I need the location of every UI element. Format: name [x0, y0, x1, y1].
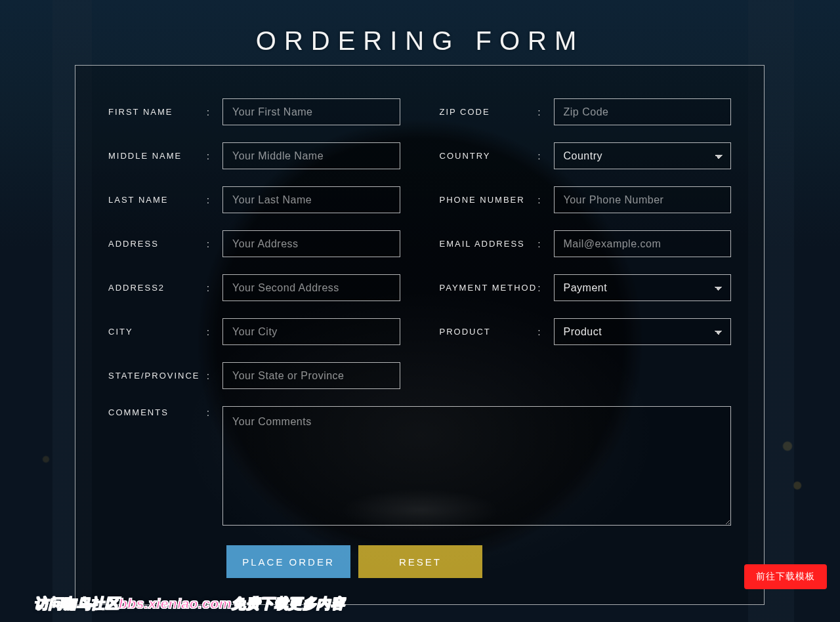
- state-input[interactable]: [222, 362, 400, 389]
- label-city: CITY: [108, 327, 207, 337]
- label-phone: PHONE NUMBER: [440, 195, 538, 205]
- address-input[interactable]: [222, 230, 400, 257]
- colon: :: [538, 239, 554, 249]
- label-address2: ADDRESS2: [108, 283, 207, 293]
- zip-input[interactable]: [554, 98, 732, 125]
- colon: :: [207, 239, 222, 249]
- colon: :: [207, 327, 222, 337]
- field-comments: COMMENTS :: [108, 406, 731, 528]
- label-zip: ZIP CODE: [440, 107, 538, 117]
- form-left-column: FIRST NAME : MIDDLE NAME : LAST NAME : A…: [108, 98, 400, 406]
- product-select[interactable]: Product: [554, 318, 732, 345]
- field-payment: PAYMENT METHOD : Payment: [440, 274, 732, 301]
- download-template-button[interactable]: 前往下载模板: [744, 564, 827, 589]
- page-title: ORDERING FORM: [0, 0, 840, 60]
- colon: :: [538, 283, 554, 293]
- colon: :: [207, 151, 222, 161]
- label-email: EMAIL ADDRESS: [440, 239, 538, 249]
- reset-button[interactable]: RESET: [358, 545, 482, 578]
- label-payment: PAYMENT METHOD: [440, 283, 538, 293]
- first-name-input[interactable]: [222, 98, 400, 125]
- label-middle-name: MIDDLE NAME: [108, 151, 207, 161]
- email-input[interactable]: [554, 230, 732, 257]
- field-zip: ZIP CODE :: [440, 98, 732, 125]
- place-order-button[interactable]: PLACE ORDER: [226, 545, 350, 578]
- colon: :: [207, 195, 222, 205]
- colon: :: [538, 195, 554, 205]
- label-comments: COMMENTS: [108, 406, 207, 417]
- field-phone: PHONE NUMBER :: [440, 186, 732, 213]
- colon: :: [538, 327, 554, 337]
- colon: :: [207, 371, 222, 381]
- field-last-name: LAST NAME :: [108, 186, 400, 213]
- payment-select[interactable]: Payment: [554, 274, 732, 301]
- label-product: PRODUCT: [440, 327, 538, 337]
- colon: :: [207, 406, 222, 418]
- phone-input[interactable]: [554, 186, 732, 213]
- field-middle-name: MIDDLE NAME :: [108, 142, 400, 169]
- field-address2: ADDRESS2 :: [108, 274, 400, 301]
- ordering-form: FIRST NAME : MIDDLE NAME : LAST NAME : A…: [75, 65, 765, 605]
- colon: :: [207, 283, 222, 293]
- field-state: STATE/PROVINCE :: [108, 362, 400, 389]
- city-input[interactable]: [222, 318, 400, 345]
- field-first-name: FIRST NAME :: [108, 98, 400, 125]
- colon: :: [207, 107, 222, 117]
- label-country: COUNTRY: [440, 151, 538, 161]
- field-country: COUNTRY : Country: [440, 142, 732, 169]
- colon: :: [538, 151, 554, 161]
- label-address: ADDRESS: [108, 239, 207, 249]
- label-state: STATE/PROVINCE: [108, 371, 207, 381]
- label-last-name: LAST NAME: [108, 195, 207, 205]
- comments-textarea[interactable]: [222, 406, 731, 526]
- middle-name-input[interactable]: [222, 142, 400, 169]
- field-email: EMAIL ADDRESS :: [440, 230, 732, 257]
- country-select[interactable]: Country: [554, 142, 732, 169]
- address2-input[interactable]: [222, 274, 400, 301]
- label-first-name: FIRST NAME: [108, 107, 207, 117]
- field-address: ADDRESS :: [108, 230, 400, 257]
- form-buttons: PLACE ORDER RESET: [226, 545, 731, 578]
- form-right-column: ZIP CODE : COUNTRY : Country PHONE NUMBE…: [440, 98, 732, 406]
- field-product: PRODUCT : Product: [440, 318, 732, 345]
- field-city: CITY :: [108, 318, 400, 345]
- last-name-input[interactable]: [222, 186, 400, 213]
- colon: :: [538, 107, 554, 117]
